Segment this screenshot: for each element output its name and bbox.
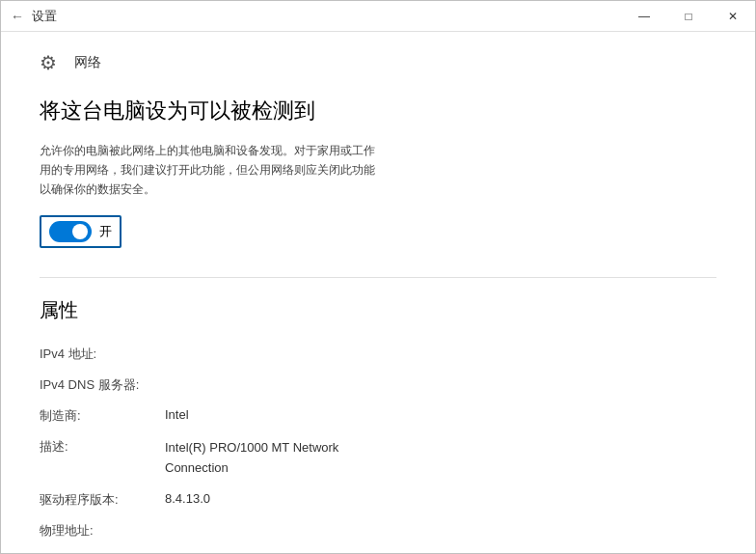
section-description: 允许你的电脑被此网络上的其他电脑和设备发现。对于家用或工作 用的专用网络，我们建… [40, 141, 483, 200]
minimize-button[interactable]: — [622, 1, 666, 32]
property-value-dns [165, 370, 716, 383]
section-title: 将这台电脑设为可以被检测到 [40, 97, 716, 125]
toggle-wrapper[interactable]: 开 [40, 215, 122, 248]
property-label-manufacturer: 制造商: [40, 401, 165, 431]
property-label-dns: IPv4 DNS 服务器: [40, 370, 165, 401]
gear-icon: ⚙ [40, 51, 63, 74]
section-divider [40, 277, 716, 278]
properties-title: 属性 [40, 297, 716, 323]
maximize-button[interactable]: □ [666, 1, 711, 32]
toggle-row: 开 [40, 215, 716, 248]
back-button[interactable]: ← [11, 9, 24, 24]
page-header-title: 网络 [74, 54, 101, 71]
close-button[interactable]: ✕ [711, 1, 755, 32]
title-bar: ← 设置 — □ ✕ [1, 1, 755, 32]
property-label-description: 描述: [40, 431, 165, 462]
settings-window: ← 设置 — □ ✕ ⚙ 网络 将这台电脑设为可以被检测到 允许你的电脑被此网络… [0, 0, 756, 554]
title-bar-left: ← 设置 [11, 8, 57, 25]
title-bar-title: 设置 [32, 8, 57, 25]
property-label-ipv4: IPv4 地址: [40, 339, 165, 370]
property-label-mac: 物理地址: [40, 515, 165, 546]
property-grid: IPv4 地址: IPv4 DNS 服务器: 制造商: Intel 描述: In… [40, 339, 716, 547]
property-label-driver: 驱动程序版本: [40, 485, 165, 515]
property-value-manufacturer: Intel [165, 401, 716, 429]
page-header: ⚙ 网络 [40, 51, 716, 74]
title-bar-controls: — □ ✕ [622, 1, 755, 32]
property-value-description: Intel(R) PRO/1000 MT NetworkConnection [165, 431, 716, 485]
property-value-mac [165, 515, 716, 529]
toggle-thumb [72, 224, 88, 239]
toggle-switch[interactable] [49, 221, 92, 242]
toggle-label: 开 [99, 223, 112, 240]
main-panel: ⚙ 网络 将这台电脑设为可以被检测到 允许你的电脑被此网络上的其他电脑和设备发现… [1, 32, 755, 553]
property-value-ipv4 [165, 339, 716, 352]
content-area: ⚙ 网络 将这台电脑设为可以被检测到 允许你的电脑被此网络上的其他电脑和设备发现… [1, 32, 755, 553]
property-value-driver: 8.4.13.0 [165, 485, 716, 512]
